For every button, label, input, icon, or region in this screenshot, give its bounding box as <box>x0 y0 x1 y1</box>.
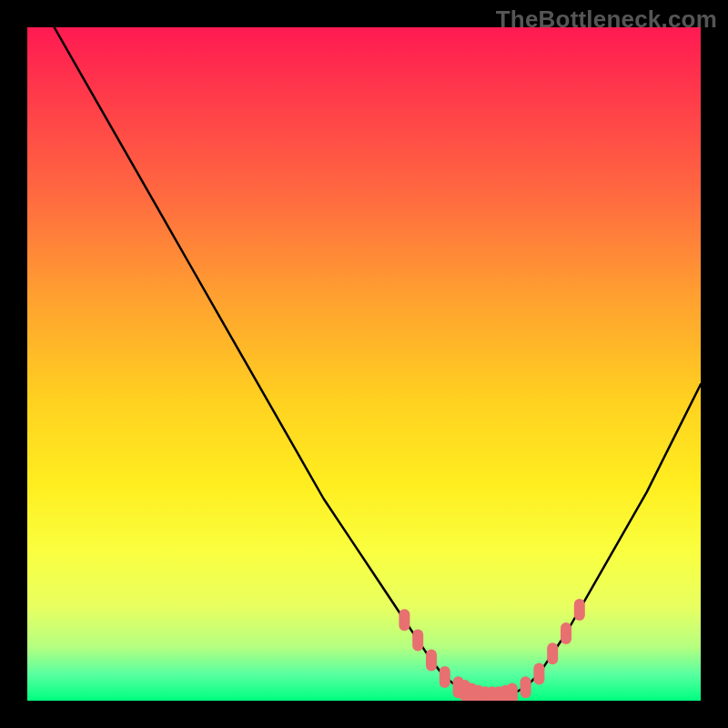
curve-group <box>55 27 701 697</box>
highlight-dot <box>426 650 437 672</box>
highlight-dot <box>440 666 450 688</box>
watermark-text: TheBottleneck.com <box>496 5 717 34</box>
highlight-dots <box>399 599 584 701</box>
highlight-dot <box>521 676 531 698</box>
plot-area <box>27 27 701 701</box>
highlight-dot <box>574 599 585 621</box>
highlight-dot <box>399 609 410 631</box>
highlight-dot <box>561 622 571 644</box>
bottleneck-curve-path <box>55 27 701 697</box>
highlight-dot <box>533 662 544 684</box>
highlight-dot <box>547 642 558 664</box>
chart-frame: TheBottleneck.com <box>0 0 728 728</box>
highlight-dot <box>507 683 518 701</box>
highlight-dot <box>412 629 423 651</box>
plot-svg <box>27 27 701 701</box>
